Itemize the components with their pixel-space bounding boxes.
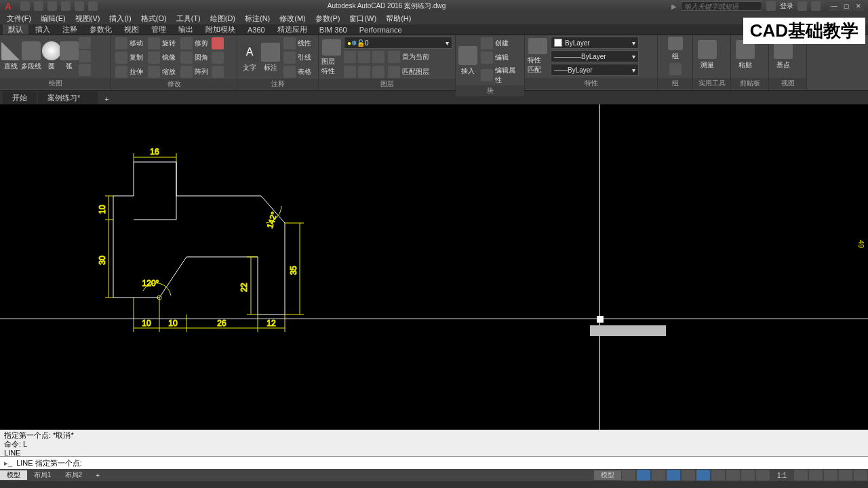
scale-display[interactable]: 1:1 <box>770 472 793 479</box>
rotate-button[interactable]: 旋转 <box>146 37 177 50</box>
makecurrent-button[interactable]: 置为当前 <box>387 50 431 64</box>
panel-anno-title[interactable]: 注释 <box>237 79 318 89</box>
command-line[interactable]: ▸_LINE 指定第一个点: <box>0 457 868 469</box>
iso-toggle-icon[interactable] <box>682 470 695 481</box>
snap-toggle-icon[interactable] <box>637 470 650 481</box>
status-model-btn[interactable]: 模型 <box>594 470 621 480</box>
tab-output[interactable]: 输出 <box>173 24 199 35</box>
dynamic-input[interactable] <box>590 325 666 336</box>
text-button[interactable]: A文字 <box>240 39 259 76</box>
osnap-toggle-icon[interactable] <box>696 470 710 481</box>
tab-manage[interactable]: 管理 <box>146 24 172 35</box>
qat-print-icon[interactable] <box>61 1 71 11</box>
gear-icon[interactable] <box>794 470 808 481</box>
panel-modify-title[interactable]: 修改 <box>111 79 237 89</box>
tab-a360[interactable]: A360 <box>242 26 271 34</box>
login-button[interactable]: 登录 <box>780 1 793 11</box>
qat-new-icon[interactable] <box>20 1 30 11</box>
tab-bim360[interactable]: BIM 360 <box>314 26 353 34</box>
layiso-icon[interactable] <box>344 51 356 63</box>
model-tab[interactable]: 模型 <box>0 470 27 480</box>
menu-view[interactable]: 视图(V) <box>71 14 104 24</box>
scale-button[interactable]: 缩放 <box>146 65 177 79</box>
clean-icon[interactable] <box>839 470 852 481</box>
layout2-tab[interactable]: 布局2 <box>58 470 90 480</box>
menu-dim[interactable]: 标注(N) <box>241 14 274 24</box>
close-button[interactable]: ✕ <box>853 1 864 11</box>
insert-block-button[interactable]: 插入 <box>458 43 477 79</box>
panel-layer-title[interactable]: 图层 <box>319 79 455 89</box>
menu-help[interactable]: 帮助(H) <box>382 14 415 24</box>
panel-group-title[interactable]: 组 <box>658 78 692 89</box>
layer-props-button[interactable]: 图层 特性 <box>321 39 341 76</box>
layer-dropdown[interactable]: ● ❄ 🔓 0▾ <box>344 37 452 49</box>
stretch-button[interactable]: 拉伸 <box>114 65 144 79</box>
grid-toggle-icon[interactable] <box>622 470 635 481</box>
qat-open-icon[interactable] <box>34 1 43 11</box>
panel-block-title[interactable]: 块 <box>456 85 524 96</box>
minimize-button[interactable]: — <box>829 1 840 11</box>
panel-clip-title[interactable]: 剪贴板 <box>731 78 768 89</box>
ws-icon[interactable] <box>824 470 837 481</box>
search-icon[interactable] <box>766 1 776 11</box>
move-button[interactable]: 移动 <box>114 37 144 50</box>
table-button[interactable]: 表格 <box>282 65 313 79</box>
panel-util-title[interactable]: 实用工具 <box>693 78 730 89</box>
linear-button[interactable]: 线性 <box>282 37 313 50</box>
layout1-tab[interactable]: 布局1 <box>27 470 58 480</box>
polyline-button[interactable]: 多段线 <box>21 38 41 75</box>
menu-window[interactable]: 窗口(W) <box>345 14 380 24</box>
lay2-icon[interactable] <box>358 66 370 78</box>
menu-file[interactable]: 文件(F) <box>3 14 35 24</box>
dim-button[interactable]: 标注 <box>261 39 280 76</box>
line-button[interactable]: 直线 <box>3 38 19 75</box>
menu-modify[interactable]: 修改(M) <box>275 14 310 24</box>
tab-addon[interactable]: 附加模块 <box>200 24 241 35</box>
polar-toggle-icon[interactable] <box>667 470 680 481</box>
erase-icon[interactable] <box>212 37 224 49</box>
group-button[interactable]: 组 <box>667 37 684 61</box>
help-icon[interactable] <box>811 1 821 11</box>
menu-edit[interactable]: 编辑(E) <box>37 14 70 24</box>
tab-featured[interactable]: 精选应用 <box>272 24 313 35</box>
trim-button[interactable]: 修剪 <box>179 37 210 50</box>
lay1-icon[interactable] <box>344 66 356 78</box>
sc-toggle-icon[interactable] <box>756 470 770 481</box>
circle-button[interactable]: 圆 <box>43 38 60 75</box>
tab-start[interactable]: 开始 <box>3 92 37 104</box>
color-dropdown[interactable]: ByLayer▾ <box>551 37 639 49</box>
search-input[interactable] <box>681 1 762 11</box>
draw-more-1-icon[interactable] <box>79 37 91 49</box>
drawing-canvas[interactable]: 16 10 30 120° 10 10 26 12 22 35 142° 49 <box>0 104 868 430</box>
command-window[interactable]: 指定第一个点: *取消* 命令: L LINE ▸_LINE 指定第一个点: <box>0 430 868 469</box>
qat-undo-icon[interactable] <box>75 1 84 11</box>
layfrz-icon[interactable] <box>358 51 370 63</box>
menu-insert[interactable]: 插入(I) <box>105 14 135 24</box>
tab-anno[interactable]: 注释 <box>57 24 83 35</box>
arc-button[interactable]: 弧 <box>62 38 77 75</box>
trans-toggle-icon[interactable] <box>726 470 740 481</box>
copy-button[interactable]: 复制 <box>114 51 144 64</box>
tab-insert[interactable]: 插入 <box>30 24 56 35</box>
array-button[interactable]: 阵列 <box>179 65 210 79</box>
ortho-toggle-icon[interactable] <box>652 470 665 481</box>
tab-file[interactable]: 案例练习* <box>38 92 98 104</box>
panel-draw-title[interactable]: 绘图 <box>0 78 111 89</box>
explode-icon[interactable] <box>212 52 224 64</box>
lineweight-dropdown[interactable]: —— ByLayer▾ <box>551 64 639 76</box>
annoscale-icon[interactable] <box>809 470 823 481</box>
measure-button[interactable]: 测量 <box>696 37 719 73</box>
exchange-icon[interactable] <box>797 1 807 11</box>
draw-more-3-icon[interactable] <box>79 64 91 76</box>
lwt-toggle-icon[interactable] <box>711 470 725 481</box>
tab-view[interactable]: 视图 <box>119 24 144 35</box>
tab-param[interactable]: 参数化 <box>84 24 117 35</box>
block-attr-button[interactable]: 编辑属性 <box>479 65 521 85</box>
match-props-button[interactable]: 特性 匹配 <box>528 38 548 75</box>
app-logo[interactable]: A <box>0 0 16 12</box>
menu-draw[interactable]: 绘图(D) <box>206 14 239 24</box>
matchlayer-button[interactable]: 匹配图层 <box>387 65 431 79</box>
menu-format[interactable]: 格式(O) <box>137 14 171 24</box>
tab-default[interactable]: 默认 <box>3 24 28 35</box>
qat-redo-icon[interactable] <box>88 1 98 11</box>
